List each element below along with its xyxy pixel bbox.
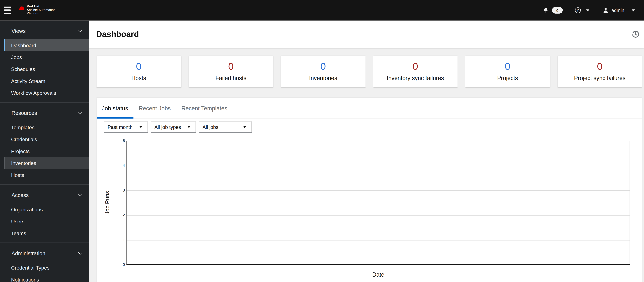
nav-section-header-administration[interactable]: Administration [0, 249, 89, 257]
card-project-sync-failures[interactable]: 0 Project sync failures [558, 56, 642, 87]
dashboard-content: 0 Hosts 0 Failed hosts 0 Inventories 0 I… [89, 48, 644, 282]
card-inventories[interactable]: 0 Inventories [281, 56, 366, 87]
gridline [127, 141, 630, 141]
caret-down-icon [139, 126, 142, 128]
y-tick-3: 3 [112, 188, 125, 193]
notifications-bell-icon[interactable] [543, 7, 549, 13]
tab-job-status[interactable]: Job status [96, 98, 134, 118]
jobs-select[interactable]: All jobs [199, 122, 252, 133]
period-select-value: Past month [108, 124, 132, 130]
nav-section-administration: Administration Credential Types Notifica… [0, 243, 89, 282]
summary-cards: 0 Hosts 0 Failed hosts 0 Inventories 0 I… [96, 56, 642, 87]
card-label: Failed hosts [189, 74, 273, 82]
chart-filters: Past month All job types All jobs [104, 122, 252, 133]
sidebar-nav: Views Dashboard Jobs Schedules Activity … [0, 20, 89, 282]
nav-section-header-views[interactable]: Views [0, 27, 89, 35]
job-type-select[interactable]: All job types [151, 122, 196, 133]
sidebar-item-templates[interactable]: Templates [4, 122, 89, 133]
job-runs-chart-plot[interactable] [126, 141, 630, 265]
history-icon [631, 30, 640, 39]
nav-section-views: Views Dashboard Jobs Schedules Activity … [0, 20, 89, 103]
y-tick-2: 2 [112, 213, 125, 217]
refresh-history-button[interactable] [631, 30, 640, 39]
nav-toggle-icon[interactable] [4, 5, 11, 16]
brand-logo[interactable]: Red Hat Ansible Automation Platform [18, 5, 56, 15]
sidebar-item-inventories[interactable]: Inventories [4, 157, 89, 169]
card-value[interactable]: 0 [558, 61, 642, 72]
sidebar-item-hosts[interactable]: Hosts [4, 169, 89, 181]
gridline [127, 240, 630, 241]
sidebar-item-jobs[interactable]: Jobs [4, 51, 89, 63]
gridline [127, 166, 630, 166]
job-status-panel: Job status Recent Jobs Recent Templates … [96, 98, 642, 282]
chevron-down-icon [78, 251, 82, 255]
y-axis-label: Job Runs [104, 186, 112, 219]
card-value[interactable]: 0 [281, 61, 366, 72]
user-avatar-icon[interactable] [603, 7, 608, 13]
y-tick-1: 1 [112, 238, 125, 242]
tab-recent-jobs[interactable]: Recent Jobs [134, 98, 176, 118]
sidebar-item-notifications[interactable]: Notifications [4, 274, 89, 282]
y-tick-5: 5 [112, 138, 125, 143]
brand-subtitle-2: Platform [27, 12, 56, 15]
card-projects[interactable]: 0 Projects [465, 56, 550, 87]
user-menu-caret-icon[interactable] [632, 9, 635, 11]
app-root: Red Hat Ansible Automation Platform 0 ? … [0, 0, 644, 282]
nav-section-label: Access [12, 192, 29, 198]
brand-title: Red Hat [27, 5, 56, 8]
sidebar-item-workflow-approvals[interactable]: Workflow Approvals [4, 87, 89, 99]
card-value[interactable]: 0 [96, 61, 181, 72]
caret-down-icon [243, 126, 246, 128]
card-hosts[interactable]: 0 Hosts [96, 56, 181, 87]
help-icon[interactable]: ? [575, 7, 580, 13]
masthead: Red Hat Ansible Automation Platform 0 ? … [0, 0, 644, 20]
card-inventory-sync-failures[interactable]: 0 Inventory sync failures [373, 56, 458, 87]
gridline [127, 215, 630, 216]
chevron-down-icon [78, 192, 82, 196]
nav-section-label: Views [12, 28, 26, 34]
nav-section-header-access[interactable]: Access [0, 191, 89, 199]
sidebar-item-dashboard[interactable]: Dashboard [4, 39, 89, 51]
notification-count-badge[interactable]: 0 [552, 7, 563, 13]
sidebar-item-projects[interactable]: Projects [4, 145, 89, 157]
jobs-select-value: All jobs [202, 124, 218, 130]
sidebar-item-users[interactable]: Users [4, 216, 89, 228]
card-failed-hosts[interactable]: 0 Failed hosts [189, 56, 273, 87]
red-hat-icon [18, 5, 25, 11]
nav-section-access: Access Organizations Users Teams [0, 185, 89, 243]
caret-down-icon [187, 126, 190, 128]
tab-recent-templates[interactable]: Recent Templates [176, 98, 233, 118]
sidebar-item-teams[interactable]: Teams [4, 227, 89, 239]
card-label: Inventory sync failures [373, 74, 458, 82]
sidebar-item-credentials[interactable]: Credentials [4, 133, 89, 145]
username-label[interactable]: admin [612, 8, 624, 13]
card-label: Inventories [281, 74, 366, 82]
brand-text: Red Hat Ansible Automation Platform [27, 5, 56, 15]
card-label: Hosts [96, 74, 181, 82]
nav-section-label: Administration [12, 250, 45, 256]
sidebar-item-organizations[interactable]: Organizations [4, 204, 89, 216]
card-label: Projects [465, 74, 550, 82]
sidebar-item-activity-stream[interactable]: Activity Stream [4, 75, 89, 87]
page-title: Dashboard [96, 29, 139, 39]
nav-section-label: Resources [12, 110, 37, 116]
nav-section-header-resources[interactable]: Resources [0, 109, 89, 117]
gridline [127, 190, 630, 191]
page-header: Dashboard [89, 20, 644, 48]
sidebar-item-schedules[interactable]: Schedules [4, 63, 89, 75]
period-select[interactable]: Past month [104, 122, 148, 133]
masthead-actions: 0 ? admin [543, 7, 635, 13]
card-value[interactable]: 0 [465, 61, 550, 72]
card-value[interactable]: 0 [189, 61, 273, 72]
card-value[interactable]: 0 [373, 61, 458, 72]
card-label: Project sync failures [558, 74, 642, 82]
x-axis-label: Date [126, 271, 630, 278]
chevron-down-icon [78, 110, 82, 114]
y-tick-4: 4 [112, 163, 125, 168]
nav-section-resources: Resources Templates Credentials Projects… [0, 103, 89, 185]
job-type-select-value: All job types [154, 124, 181, 130]
sidebar-item-credential-types[interactable]: Credential Types [4, 262, 89, 274]
chevron-down-icon [78, 28, 82, 32]
panel-tabs: Job status Recent Jobs Recent Templates [96, 98, 642, 119]
help-caret-icon[interactable] [586, 9, 589, 11]
